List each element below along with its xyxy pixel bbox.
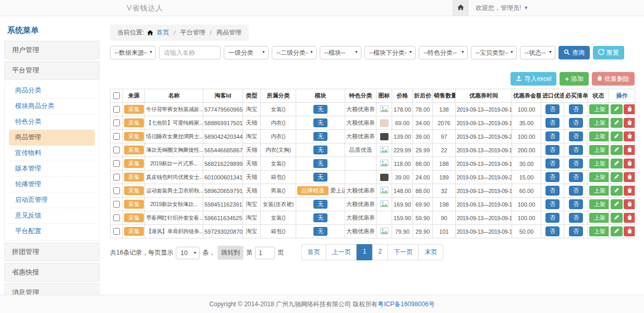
row-checkbox[interactable] xyxy=(113,160,120,167)
sidebar-subitem[interactable]: 商品分类 xyxy=(9,83,95,99)
row-checkbox[interactable] xyxy=(113,133,120,140)
sidebar-group[interactable]: 省惠快报 xyxy=(4,263,100,282)
status-button[interactable]: 上架 xyxy=(589,145,609,155)
status-button[interactable]: 上架 xyxy=(589,226,609,236)
import-toggle-button[interactable]: 否 xyxy=(545,199,560,209)
import-toggle-button[interactable]: 否 xyxy=(545,159,560,168)
filter-select[interactable]: --二级分类-- xyxy=(272,46,317,59)
sidebar-subitem[interactable]: 轮播管理 xyxy=(9,177,95,192)
name-search-input[interactable] xyxy=(159,46,221,59)
status-button[interactable]: 上架 xyxy=(589,159,609,168)
row-checkbox[interactable] xyxy=(113,119,120,126)
import-toggle-button[interactable]: 否 xyxy=(545,131,560,141)
sidebar-group[interactable]: 拼团管理 xyxy=(4,243,100,261)
delete-button[interactable] xyxy=(624,159,635,168)
search-button[interactable]: 查询 xyxy=(558,46,590,59)
select-all-checkbox[interactable] xyxy=(113,92,120,99)
edit-button[interactable] xyxy=(611,131,623,141)
delete-button[interactable] xyxy=(624,104,635,114)
filter-select[interactable]: --模块-- xyxy=(320,46,361,59)
pager-button[interactable]: 下一页 xyxy=(387,244,419,260)
delete-button[interactable] xyxy=(624,199,635,209)
home-button[interactable] xyxy=(453,0,468,16)
row-checkbox[interactable] xyxy=(113,147,120,153)
filter-select[interactable]: 一级分类 xyxy=(224,46,269,59)
sidebar-subitem[interactable]: 启动页管理 xyxy=(9,192,95,208)
must-buy-toggle-button[interactable]: 否 xyxy=(569,226,583,236)
row-checkbox[interactable] xyxy=(113,106,120,113)
must-buy-toggle-button[interactable]: 否 xyxy=(569,172,583,182)
sidebar-group[interactable]: 平台管理 xyxy=(4,61,100,80)
reset-button[interactable]: 重置 xyxy=(593,46,624,59)
pager-button[interactable]: 1 xyxy=(357,244,373,260)
filter-select[interactable]: --宝贝类型-- xyxy=(471,46,517,59)
delete-button[interactable] xyxy=(624,226,635,236)
sidebar-subitem[interactable]: 宣传物料 xyxy=(9,146,95,161)
must-buy-toggle-button[interactable]: 否 xyxy=(569,199,583,209)
pager-button[interactable]: 首页 xyxy=(301,244,326,260)
filter-select[interactable]: --特色分类-- xyxy=(419,46,468,59)
status-button[interactable]: 上架 xyxy=(589,213,609,223)
import-toggle-button[interactable]: 否 xyxy=(545,186,560,196)
edit-button[interactable] xyxy=(611,186,623,196)
must-buy-toggle-button[interactable]: 否 xyxy=(569,145,583,155)
row-checkbox[interactable] xyxy=(113,201,120,208)
edit-button[interactable] xyxy=(611,104,623,114)
delete-button[interactable] xyxy=(624,213,635,223)
pager-button[interactable]: 2 xyxy=(372,244,388,260)
pager-button[interactable]: 上一页 xyxy=(326,244,357,260)
import-toggle-button[interactable]: 否 xyxy=(545,226,560,236)
pager-button[interactable]: 末页 xyxy=(418,244,443,260)
delete-button[interactable] xyxy=(624,118,635,128)
filter-select-data-source[interactable]: --数据来源-- xyxy=(110,46,156,59)
edit-button[interactable] xyxy=(611,199,623,209)
page-number-input[interactable] xyxy=(255,247,275,259)
edit-button[interactable] xyxy=(611,118,623,128)
import-toggle-button[interactable]: 否 xyxy=(545,145,560,155)
edit-button[interactable] xyxy=(611,159,623,168)
sidebar-subitem[interactable]: 商品管理 xyxy=(9,130,95,146)
sidebar-subitem[interactable]: 特色分类 xyxy=(9,114,95,130)
status-button[interactable]: 上架 xyxy=(589,131,609,141)
edit-button[interactable] xyxy=(611,145,623,155)
row-checkbox[interactable] xyxy=(113,228,120,235)
breadcrumb-home-link[interactable]: 首页 xyxy=(156,28,169,37)
per-page-select[interactable]: 10 xyxy=(176,247,200,259)
filter-select[interactable]: --状态-- xyxy=(520,46,555,59)
import-toggle-button[interactable]: 否 xyxy=(545,172,560,182)
must-buy-toggle-button[interactable]: 否 xyxy=(569,118,583,128)
edit-button[interactable] xyxy=(611,172,623,182)
import-toggle-button[interactable]: 否 xyxy=(545,118,560,128)
must-buy-toggle-button[interactable]: 否 xyxy=(569,186,583,196)
import-toggle-button[interactable]: 否 xyxy=(545,104,560,114)
sidebar-subitem[interactable]: 平台配置 xyxy=(9,224,95,239)
edit-button[interactable] xyxy=(611,226,623,236)
status-button[interactable]: 上架 xyxy=(589,172,609,182)
must-buy-toggle-button[interactable]: 否 xyxy=(569,159,583,168)
delete-button[interactable] xyxy=(624,186,635,196)
import-excel-button[interactable]: 导入excel xyxy=(511,72,556,86)
status-button[interactable]: 上架 xyxy=(589,118,609,128)
status-button[interactable]: 上架 xyxy=(589,186,609,196)
user-menu[interactable]: 欢迎您，管理员! ▼ xyxy=(476,4,528,13)
sidebar-subitem[interactable]: 模块商品分类 xyxy=(9,99,95,114)
sidebar-subitem[interactable]: 意见反馈 xyxy=(9,208,95,224)
status-button[interactable]: 上架 xyxy=(589,199,609,209)
must-buy-toggle-button[interactable]: 否 xyxy=(569,213,583,223)
icp-link[interactable]: 粤ICP备16098006号 xyxy=(378,300,434,309)
filter-select[interactable]: --模块下分类-- xyxy=(364,46,416,59)
delete-button[interactable] xyxy=(624,131,635,141)
must-buy-toggle-button[interactable]: 否 xyxy=(569,104,583,114)
status-button[interactable]: 上架 xyxy=(589,104,609,114)
batch-delete-button[interactable]: 批量删除 xyxy=(592,72,635,86)
row-checkbox[interactable] xyxy=(113,187,120,194)
delete-button[interactable] xyxy=(624,145,635,155)
row-checkbox[interactable] xyxy=(113,214,120,221)
delete-button[interactable] xyxy=(624,172,635,182)
sidebar-group[interactable]: 用户管理 xyxy=(4,41,100,59)
sidebar-group[interactable]: 消息管理 xyxy=(4,283,100,295)
row-checkbox[interactable] xyxy=(113,174,120,180)
edit-button[interactable] xyxy=(611,213,623,223)
jump-to-button[interactable]: 跳转到 xyxy=(217,246,244,260)
must-buy-toggle-button[interactable]: 否 xyxy=(569,131,583,141)
